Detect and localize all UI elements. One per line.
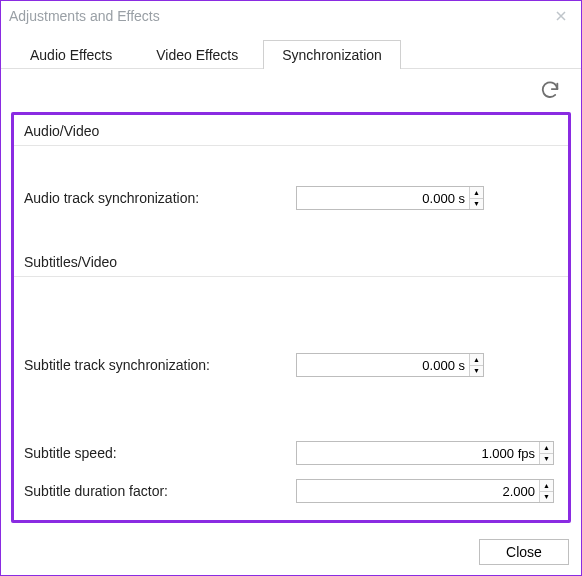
tabstrip: Audio Effects Video Effects Synchronizat… (1, 31, 581, 69)
spin-up-icon[interactable]: ▲ (540, 480, 553, 491)
spin-up-icon[interactable]: ▲ (470, 354, 483, 365)
subtitle-speed-spin[interactable]: ▲ ▼ (296, 441, 554, 465)
spin-down-icon[interactable]: ▼ (470, 365, 483, 377)
audio-sync-spin[interactable]: ▲ ▼ (296, 186, 484, 210)
spin-up-icon[interactable]: ▲ (540, 442, 553, 453)
close-icon[interactable] (541, 1, 581, 31)
subtitle-speed-label: Subtitle speed: (24, 445, 296, 461)
spin-up-icon[interactable]: ▲ (470, 187, 483, 198)
subtitle-duration-input[interactable] (297, 480, 539, 502)
close-button[interactable]: Close (479, 539, 569, 565)
group-header-sub: Subtitles/Video (14, 246, 568, 277)
spin-down-icon[interactable]: ▼ (470, 198, 483, 210)
reset-icon[interactable] (539, 79, 561, 104)
subtitle-sync-spin[interactable]: ▲ ▼ (296, 353, 484, 377)
subtitle-duration-spin[interactable]: ▲ ▼ (296, 479, 554, 503)
tab-audio-effects[interactable]: Audio Effects (11, 40, 131, 69)
tab-video-effects[interactable]: Video Effects (137, 40, 257, 69)
group-header-av: Audio/Video (14, 115, 568, 146)
subtitle-sync-label: Subtitle track synchronization: (24, 357, 296, 373)
audio-sync-label: Audio track synchronization: (24, 190, 296, 206)
spin-down-icon[interactable]: ▼ (540, 491, 553, 503)
spin-down-icon[interactable]: ▼ (540, 453, 553, 465)
subtitle-speed-input[interactable] (297, 442, 539, 464)
subtitle-duration-label: Subtitle duration factor: (24, 483, 296, 499)
tab-synchronization[interactable]: Synchronization (263, 40, 401, 69)
window-title: Adjustments and Effects (9, 8, 160, 24)
sync-panel: Audio/Video Audio track synchronization:… (11, 112, 571, 523)
audio-sync-input[interactable] (297, 187, 469, 209)
window: Adjustments and Effects Audio Effects Vi… (0, 0, 582, 576)
subtitle-sync-input[interactable] (297, 354, 469, 376)
titlebar: Adjustments and Effects (1, 1, 581, 31)
